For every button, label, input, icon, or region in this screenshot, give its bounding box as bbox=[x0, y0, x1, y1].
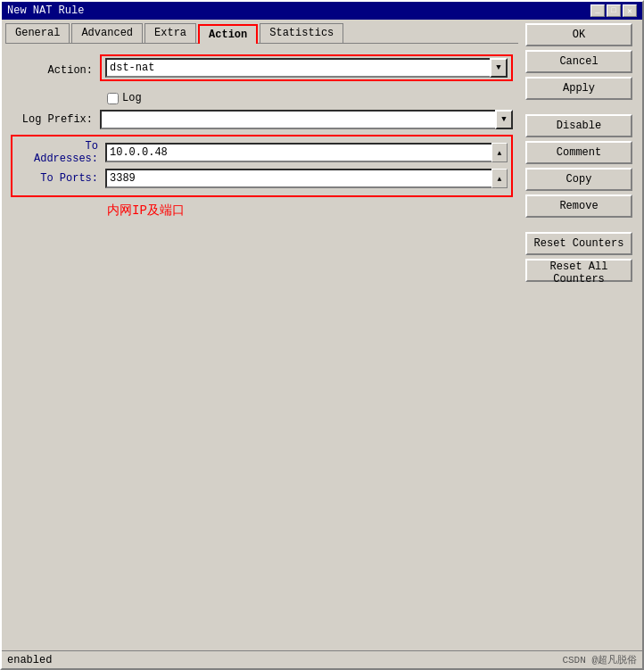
tab-extra[interactable]: Extra bbox=[144, 23, 196, 43]
log-checkbox[interactable] bbox=[107, 93, 119, 104]
action-row: Action: ▼ bbox=[11, 54, 513, 87]
close-button[interactable]: ✕ bbox=[623, 4, 637, 17]
maximize-button[interactable]: □ bbox=[607, 4, 621, 17]
main-content: General Advanced Extra Action Statistics bbox=[2, 20, 642, 625]
log-prefix-input[interactable] bbox=[100, 110, 495, 129]
separator-2 bbox=[525, 221, 639, 228]
title-bar-buttons: _ □ ✕ bbox=[590, 4, 637, 17]
log-prefix-label: Log Prefix: bbox=[11, 113, 100, 126]
to-addresses-input[interactable] bbox=[105, 143, 491, 162]
action-box: ▼ bbox=[100, 54, 513, 81]
tab-advanced[interactable]: Advanced bbox=[71, 23, 143, 43]
status-bar: enabled CSDN @超凡脱俗 bbox=[2, 650, 642, 668]
tab-action[interactable]: Action bbox=[198, 24, 258, 44]
form-area: Action: ▼ Log bbox=[5, 49, 518, 231]
copy-button[interactable]: Copy bbox=[525, 168, 632, 191]
log-label: Log bbox=[122, 92, 142, 104]
log-prefix-dropdown-btn[interactable]: ▼ bbox=[495, 110, 513, 129]
action-input[interactable] bbox=[105, 58, 490, 78]
annotation-text: 内网IP及端口 bbox=[107, 203, 513, 219]
window-title: New NAT Rule bbox=[7, 4, 84, 17]
status-left: enabled bbox=[7, 654, 52, 666]
minimize-icon: _ bbox=[595, 6, 599, 15]
reset-counters-button[interactable]: Reset Counters bbox=[525, 232, 632, 255]
to-ports-label: To Ports: bbox=[16, 172, 105, 185]
to-addresses-label: To Addresses: bbox=[16, 140, 105, 165]
remove-button[interactable]: Remove bbox=[525, 194, 632, 218]
main-window: New NAT Rule _ □ ✕ General Advanced bbox=[0, 0, 644, 670]
to-addresses-wrap: ▲ bbox=[105, 143, 508, 162]
tabs-and-form: General Advanced Extra Action Statistics bbox=[2, 20, 522, 625]
title-bar: New NAT Rule _ □ ✕ bbox=[2, 2, 642, 20]
log-prefix-row: Log Prefix: ▼ bbox=[11, 110, 513, 129]
to-ports-input[interactable] bbox=[105, 169, 491, 188]
reset-all-counters-button[interactable]: Reset All Counters bbox=[525, 259, 632, 282]
to-ports-scroll-btn[interactable]: ▲ bbox=[491, 169, 508, 188]
action-dropdown-btn[interactable]: ▼ bbox=[490, 58, 508, 78]
to-addresses-row: To Addresses: ▲ bbox=[16, 140, 508, 165]
to-ports-scroll-icon: ▲ bbox=[498, 175, 502, 183]
comment-button[interactable]: Comment bbox=[525, 141, 632, 164]
to-ports-row: To Ports: ▲ bbox=[16, 169, 508, 188]
addresses-ports-box: To Addresses: ▲ To Ports: bbox=[11, 135, 513, 197]
tab-general[interactable]: General bbox=[5, 23, 70, 43]
apply-button[interactable]: Apply bbox=[525, 77, 632, 100]
status-right: CSDN @超凡脱俗 bbox=[562, 653, 637, 666]
tab-statistics[interactable]: Statistics bbox=[260, 23, 343, 43]
to-addresses-scroll-icon: ▲ bbox=[498, 149, 502, 157]
log-prefix-dropdown-wrapper: ▼ bbox=[100, 110, 513, 129]
ok-button[interactable]: OK bbox=[525, 23, 632, 46]
action-label: Action: bbox=[11, 64, 100, 77]
tab-bar: General Advanced Extra Action Statistics bbox=[5, 23, 518, 44]
dropdown-arrow-icon: ▼ bbox=[496, 63, 500, 72]
log-prefix-dropdown-icon: ▼ bbox=[501, 115, 506, 124]
cancel-button[interactable]: Cancel bbox=[525, 50, 632, 73]
close-icon: ✕ bbox=[627, 6, 632, 16]
right-panel: OK Cancel Apply Disable Comment Copy Rem… bbox=[522, 20, 642, 625]
to-addresses-scroll-btn[interactable]: ▲ bbox=[491, 143, 508, 162]
action-dropdown-wrapper: ▼ bbox=[105, 58, 508, 78]
to-ports-wrap: ▲ bbox=[105, 169, 508, 188]
disable-button[interactable]: Disable bbox=[525, 114, 632, 137]
minimize-button[interactable]: _ bbox=[590, 4, 605, 17]
log-row: Log bbox=[107, 92, 513, 104]
maximize-icon: □ bbox=[611, 6, 615, 15]
separator-1 bbox=[525, 103, 639, 111]
